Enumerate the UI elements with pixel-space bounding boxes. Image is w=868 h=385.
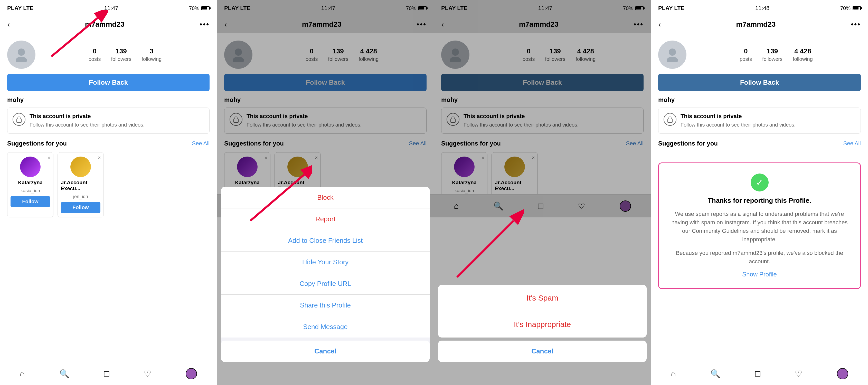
profile-stats-1: 0 posts 139 followers 3 following [40, 47, 210, 62]
battery-icon-1 [202, 6, 210, 10]
home-icon-4[interactable]: ⌂ [671, 369, 676, 378]
stat-following-1: 3 following [142, 47, 161, 62]
followers-label-1: followers [111, 56, 131, 62]
avatar-1 [7, 40, 35, 69]
posts-count-1: 0 [93, 47, 96, 55]
suggestion-handle-1-1: jen_idh [73, 194, 88, 199]
nav-bar-4: ‹ m7ammd23 ••• [651, 15, 868, 33]
posts-label-1: posts [89, 56, 101, 62]
thank-body-1: We use spam reports as a signal to under… [666, 210, 852, 244]
add-icon-1[interactable]: □ [104, 368, 110, 379]
check-circle: ✓ [751, 173, 769, 191]
action-share-profile[interactable]: Share this Profile [221, 295, 430, 316]
search-icon-1[interactable]: 🔍 [59, 369, 70, 379]
bottom-bar-4: ⌂ 🔍 □ ♡ [651, 362, 868, 385]
action-report[interactable]: Report [221, 208, 430, 230]
status-bar-4: PLAY LTE 11:48 70% [651, 0, 868, 15]
thank-title: Thanks for reporting this Profile. [666, 197, 852, 204]
lock-svg-1 [16, 116, 23, 123]
private-title-1: This account is private [30, 113, 145, 120]
svg-rect-2 [17, 119, 21, 122]
heart-icon-4[interactable]: ♡ [795, 369, 802, 379]
action-sheet-2: Block Report Add to Close Friends List H… [221, 187, 430, 362]
suggestion-card-1-0: × Katarzyna kasia_idh Follow [7, 152, 54, 217]
lock-icon-1 [12, 113, 25, 126]
private-notice-4: This account is private Follow this acco… [658, 107, 861, 134]
svg-point-9 [669, 49, 676, 56]
spam-cancel-3[interactable]: Cancel [438, 341, 647, 362]
suggestions-header-1: Suggestions for you See All [0, 140, 217, 152]
action-cancel-2[interactable]: Cancel [221, 341, 430, 362]
suggestion-avatar-1-0 [20, 157, 40, 177]
action-copy-url[interactable]: Copy Profile URL [221, 273, 430, 295]
back-button-1[interactable]: ‹ [7, 20, 10, 29]
lock-icon-4 [663, 113, 676, 126]
spam-sheet-3: It's Spam It's Inappropriate Cancel [438, 285, 647, 362]
page-title-1: m7ammd23 [85, 20, 125, 29]
private-text-1: This account is private Follow this acco… [30, 113, 145, 128]
svg-point-1 [16, 57, 27, 62]
action-close-friends[interactable]: Add to Close Friends List [221, 230, 430, 252]
stat-followers-4: 139 followers [762, 47, 782, 62]
suggestions-header-4: Suggestions for you See All [651, 140, 868, 152]
close-icon-1-1[interactable]: × [98, 155, 101, 161]
panel-1: PLAY LTE 11:47 70% ‹ m7ammd23 ••• 0 post… [0, 0, 217, 385]
svg-rect-11 [668, 119, 672, 122]
suggestion-name-1-0: Katarzyna [18, 180, 43, 186]
following-count-1: 3 [150, 47, 153, 55]
spam-options-3: It's Spam It's Inappropriate [438, 285, 647, 338]
more-button-1[interactable]: ••• [200, 20, 210, 29]
profile-avatar-4[interactable] [837, 368, 848, 379]
private-subtitle-1: Follow this account to see their photos … [30, 121, 145, 128]
profile-section-4: 0 posts 139 followers 4 428 following [651, 33, 868, 74]
stat-posts-4: 0 posts [740, 47, 752, 62]
page-title-4: m7ammd23 [736, 20, 776, 29]
follow-back-button-4[interactable]: Follow Back [658, 74, 861, 91]
profile-avatar-1[interactable] [186, 368, 197, 379]
heart-icon-1[interactable]: ♡ [144, 369, 151, 379]
see-all-1[interactable]: See All [192, 140, 210, 147]
suggestion-card-1-1: × Jr.Account Execu... jen_idh Follow [58, 152, 104, 217]
bottom-bar-1: ⌂ 🔍 □ ♡ [0, 362, 217, 385]
profile-section-1: 0 posts 139 followers 3 following [0, 33, 217, 74]
stat-following-4: 4 428 following [793, 47, 813, 62]
panel-2: PLAY LTE 11:47 70% ‹ m7ammd23 ••• 0 [217, 0, 434, 385]
follow-back-button-1[interactable]: Follow Back [7, 74, 210, 91]
add-icon-4[interactable]: □ [755, 368, 761, 379]
username-4: mohy [651, 96, 868, 107]
thank-you-card: ✓ Thanks for reporting this Profile. We … [658, 162, 861, 289]
profile-stats-4: 0 posts 139 followers 4 428 following [691, 47, 861, 62]
more-button-4[interactable]: ••• [851, 20, 861, 29]
nav-bar-1: ‹ m7ammd23 ••• [0, 15, 217, 33]
close-icon-1-0[interactable]: × [47, 155, 51, 161]
suggestion-name-1-1: Jr.Account Execu... [61, 180, 100, 191]
spam-item-inappropriate[interactable]: It's Inappropriate [438, 311, 647, 338]
spam-item-spam[interactable]: It's Spam [438, 285, 647, 311]
action-block[interactable]: Block [221, 187, 430, 208]
followers-count-1: 139 [116, 47, 127, 55]
stat-posts-1: 0 posts [89, 47, 101, 62]
search-icon-4[interactable]: 🔍 [710, 369, 721, 379]
status-bar-1: PLAY LTE 11:47 70% [0, 0, 217, 15]
battery-icon-4 [852, 6, 861, 10]
back-button-4[interactable]: ‹ [658, 20, 661, 29]
svg-point-0 [18, 49, 25, 56]
lock-svg-4 [666, 116, 674, 123]
show-profile-link[interactable]: Show Profile [666, 271, 852, 278]
action-hide-story[interactable]: Hide Your Story [221, 252, 430, 273]
svg-point-10 [666, 57, 678, 62]
stat-followers-1: 139 followers [111, 47, 131, 62]
username-1: mohy [0, 96, 217, 107]
private-notice-1: This account is private Follow this acco… [7, 107, 210, 134]
follow-button-1-1[interactable]: Follow [61, 202, 100, 213]
home-icon-1[interactable]: ⌂ [20, 369, 25, 378]
panel-4: PLAY LTE 11:48 70% ‹ m7ammd23 ••• 0 post… [651, 0, 868, 385]
suggestions-row-1: × Katarzyna kasia_idh Follow × Jr.Accoun… [0, 152, 217, 217]
avatar-person-icon-1 [13, 47, 29, 62]
avatar-4 [658, 40, 686, 69]
action-send-message[interactable]: Send Message [221, 316, 430, 338]
avatar-person-icon-4 [664, 47, 680, 62]
suggestion-handle-1-0: kasia_idh [21, 188, 40, 194]
follow-button-1-0[interactable]: Follow [10, 196, 50, 207]
carrier-1: PLAY LTE [7, 5, 33, 11]
